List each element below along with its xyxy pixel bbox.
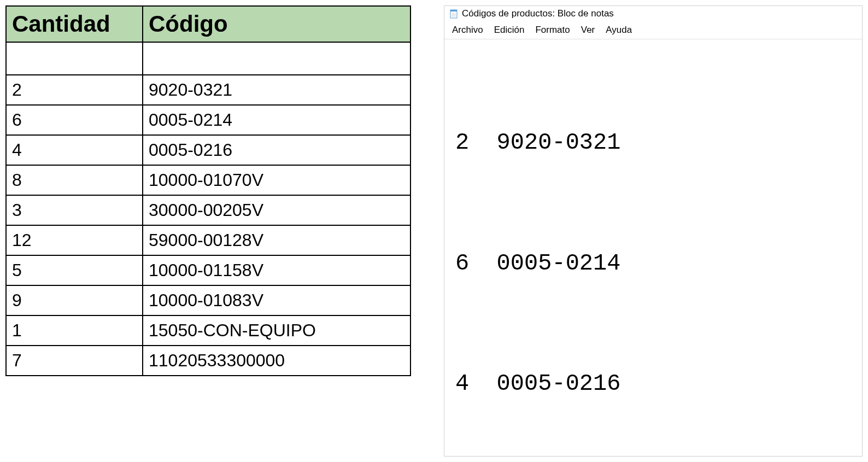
cell-codigo[interactable]: 15050-CON-EQUIPO <box>143 315 410 346</box>
cell-codigo[interactable] <box>143 42 410 75</box>
cell-cantidad[interactable]: 4 <box>6 135 143 165</box>
table-row <box>6 42 410 75</box>
notepad-line: 2 9020-0321 <box>455 123 851 163</box>
cell-cantidad[interactable]: 6 <box>6 105 143 135</box>
cell-codigo[interactable]: 11020533300000 <box>143 346 410 376</box>
table-header-row: Cantidad Código <box>6 6 410 42</box>
cell-cantidad[interactable]: 1 <box>6 315 143 346</box>
cell-cantidad[interactable] <box>6 42 143 75</box>
notepad-menubar: Archivo Edición Formato Ver Ayuda <box>444 21 862 39</box>
header-cantidad[interactable]: Cantidad <box>6 6 143 42</box>
cell-cantidad[interactable]: 8 <box>6 165 143 195</box>
header-codigo[interactable]: Código <box>143 6 410 42</box>
notepad-line: 4 0005-0216 <box>455 364 851 405</box>
notepad-app-icon <box>449 9 459 19</box>
cell-codigo[interactable]: 10000-01083V <box>143 285 410 315</box>
table-row: 5 10000-01158V <box>6 255 410 285</box>
menu-archivo[interactable]: Archivo <box>447 22 489 38</box>
cell-codigo[interactable]: 0005-0214 <box>143 105 410 135</box>
cell-codigo[interactable]: 10000-01158V <box>143 255 410 285</box>
spreadsheet-table-container: Cantidad Código 2 9020-0321 6 0005-0214 … <box>5 5 411 457</box>
cell-cantidad[interactable]: 12 <box>6 225 143 255</box>
cell-cantidad[interactable]: 9 <box>6 285 143 315</box>
table-row: 12 59000-00128V <box>6 225 410 255</box>
cell-cantidad[interactable]: 5 <box>6 255 143 285</box>
table-row: 9 10000-01083V <box>6 285 410 315</box>
menu-ver[interactable]: Ver <box>576 22 601 38</box>
table-row: 1 15050-CON-EQUIPO <box>6 315 410 346</box>
svg-rect-1 <box>450 10 457 11</box>
menu-formato[interactable]: Formato <box>530 22 575 38</box>
cell-codigo[interactable]: 30000-00205V <box>143 195 410 225</box>
table-row: 4 0005-0216 <box>6 135 410 165</box>
notepad-line: 6 0005-0214 <box>455 244 851 284</box>
cell-cantidad[interactable]: 3 <box>6 195 143 225</box>
product-codes-table: Cantidad Código 2 9020-0321 6 0005-0214 … <box>5 5 411 376</box>
notepad-title-text: Códigos de productos: Bloc de notas <box>462 8 614 19</box>
cell-codigo[interactable]: 10000-01070V <box>143 165 410 195</box>
cell-cantidad[interactable]: 7 <box>6 346 143 376</box>
cell-codigo[interactable]: 0005-0216 <box>143 135 410 165</box>
cell-codigo[interactable]: 9020-0321 <box>143 75 410 105</box>
table-row: 6 0005-0214 <box>6 105 410 135</box>
cell-codigo[interactable]: 59000-00128V <box>143 225 410 255</box>
table-row: 2 9020-0321 <box>6 75 410 105</box>
menu-ayuda[interactable]: Ayuda <box>600 22 637 38</box>
menu-edicion[interactable]: Edición <box>489 22 530 38</box>
table-row: 3 30000-00205V <box>6 195 410 225</box>
notepad-text-area[interactable]: 2 9020-0321 6 0005-0214 4 0005-0216 8 10… <box>444 39 862 456</box>
cell-cantidad[interactable]: 2 <box>6 75 143 105</box>
notepad-titlebar[interactable]: Códigos de productos: Bloc de notas <box>444 6 862 21</box>
table-row: 7 11020533300000 <box>6 346 410 376</box>
notepad-window: Códigos de productos: Bloc de notas Arch… <box>444 5 863 457</box>
table-row: 8 10000-01070V <box>6 165 410 195</box>
